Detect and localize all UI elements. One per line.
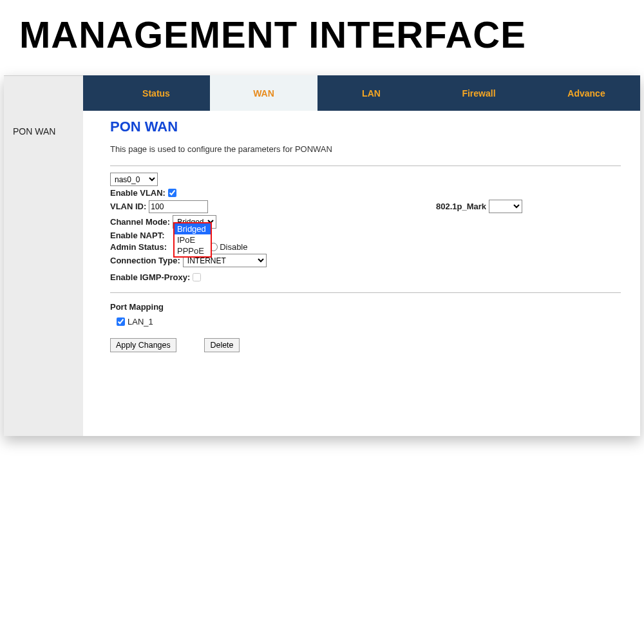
enable-igmp-label: Enable IGMP-Proxy: bbox=[110, 272, 190, 282]
tab-lan[interactable]: LAN bbox=[317, 75, 425, 111]
connection-type-label: Connection Type: bbox=[110, 256, 180, 265]
tab-firewall[interactable]: Firewall bbox=[425, 75, 533, 111]
channel-mode-option-pppoe[interactable]: PPPoE bbox=[175, 245, 211, 256]
channel-mode-option-bridged[interactable]: Bridged bbox=[175, 223, 211, 234]
enable-igmp-checkbox[interactable] bbox=[193, 273, 201, 281]
apply-changes-button[interactable]: Apply Changes bbox=[110, 338, 176, 352]
divider bbox=[110, 166, 621, 166]
sidebar: PON WAN bbox=[4, 75, 83, 436]
mark-label: 802.1p_Mark bbox=[436, 202, 486, 211]
tabbar: Status WAN LAN Firewall Advance bbox=[83, 75, 640, 111]
sidebar-item-pon-wan[interactable]: PON WAN bbox=[4, 121, 83, 142]
vlan-id-input[interactable] bbox=[149, 200, 208, 213]
tab-status[interactable]: Status bbox=[102, 75, 210, 111]
panel: PON WAN Status WAN LAN Firewall Advance … bbox=[4, 75, 640, 436]
tab-wan[interactable]: WAN bbox=[210, 75, 317, 111]
main: Status WAN LAN Firewall Advance PON WAN … bbox=[83, 75, 640, 436]
port-mapping-label: Port Mapping bbox=[110, 302, 621, 312]
channel-mode-dropdown[interactable]: Bridged IPoE PPPoE bbox=[173, 222, 212, 258]
enable-napt-label: Enable NAPT: bbox=[110, 231, 165, 240]
page-title: PON WAN bbox=[110, 118, 621, 135]
channel-mode-label: Channel Mode: bbox=[110, 217, 170, 227]
content: PON WAN This page is used to configure t… bbox=[83, 111, 640, 372]
enable-vlan-label: Enable VLAN: bbox=[110, 188, 166, 198]
divider bbox=[110, 292, 621, 293]
enable-vlan-checkbox[interactable] bbox=[168, 189, 176, 197]
page-description: This page is used to configure the param… bbox=[110, 144, 621, 154]
nas-select[interactable]: nas0_0 bbox=[110, 173, 158, 186]
tab-advance[interactable]: Advance bbox=[533, 75, 640, 111]
delete-button[interactable]: Delete bbox=[204, 338, 239, 352]
lan1-label: LAN_1 bbox=[128, 317, 153, 327]
admin-status-label: Admin Status: bbox=[110, 242, 167, 252]
channel-mode-option-ipoe[interactable]: IPoE bbox=[175, 234, 211, 245]
lan1-checkbox[interactable] bbox=[117, 317, 125, 326]
admin-status-disable-label: Disable bbox=[220, 242, 247, 252]
mark-select[interactable] bbox=[489, 200, 522, 213]
banner-title: MANAGEMENT INTERFACE bbox=[0, 0, 644, 75]
vlan-id-label: VLAN ID: bbox=[110, 202, 146, 211]
